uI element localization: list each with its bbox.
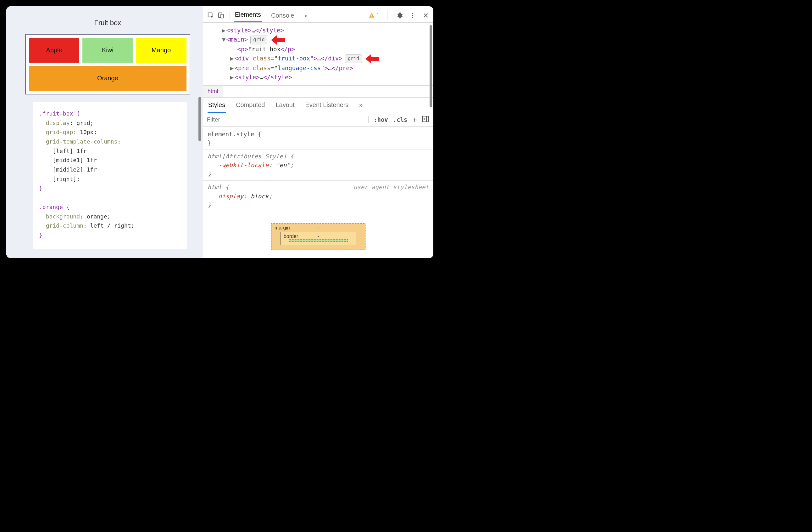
breadcrumb-item[interactable]: html <box>203 86 223 97</box>
code-line: } <box>39 232 42 238</box>
code-line: : <box>117 138 121 145</box>
rule-prop-value: "en" <box>276 162 290 168</box>
gear-icon[interactable] <box>395 11 404 20</box>
breadcrumb[interactable]: html <box>203 85 433 98</box>
code-line: : left / right; <box>83 222 135 229</box>
tab-layout[interactable]: Layout <box>275 101 295 113</box>
fruit-box: Apple Kiwi Mango Orange <box>25 34 190 95</box>
rule-html-ua[interactable]: html {user agent stylesheet display: blo… <box>207 181 430 211</box>
fruit-orange: Orange <box>29 66 187 91</box>
tab-computed[interactable]: Computed <box>235 101 265 113</box>
box-model-value: - <box>317 234 319 239</box>
code-line: grid-column <box>39 222 83 229</box>
sidebar-toggle-icon[interactable] <box>422 116 429 123</box>
tab-styles-more[interactable]: » <box>359 101 363 113</box>
devtools-main-tabs: Elements Console » <box>234 8 308 22</box>
rule-prop-name: display <box>218 193 243 199</box>
code-line: display <box>39 120 70 126</box>
box-model[interactable]: margin - border - <box>203 216 433 253</box>
new-rule-button[interactable]: + <box>412 115 417 124</box>
dom-node-div-fruitbox[interactable]: ▶<div class="fruit-box">…</div>grid <box>207 54 432 64</box>
rule-html-attributes[interactable]: html[Attributes Style] { -webkit-locale:… <box>207 151 430 180</box>
code-line: grid-template-columns <box>39 138 117 145</box>
rule-close: } <box>207 170 429 179</box>
box-model-label-border: border <box>284 234 298 239</box>
warnings-badge[interactable]: 1 <box>368 12 380 19</box>
styles-filter-input[interactable] <box>203 113 364 126</box>
tab-console[interactable]: Console <box>271 10 295 22</box>
code-line: } <box>39 185 42 192</box>
cls-toggle[interactable]: .cls <box>393 116 408 123</box>
devtools-scrollbar[interactable] <box>430 25 432 107</box>
devtools-panel: Elements Console » 1 <box>203 6 433 258</box>
code-line: [middle2] 1fr <box>39 166 97 173</box>
devtools-toolbar: Elements Console » 1 <box>203 6 433 23</box>
box-model-label-margin: margin <box>275 225 290 231</box>
box-model-margin[interactable]: margin - border - <box>271 224 365 250</box>
rule-separator <box>203 150 433 150</box>
svg-point-7 <box>412 17 413 18</box>
tab-elements[interactable]: Elements <box>234 9 262 22</box>
dom-tree[interactable]: ▶<style>…</style> ▼<main>grid <p>Fruit b… <box>203 23 433 85</box>
styles-filter-row: :hov .cls + <box>203 113 433 127</box>
grid-badge[interactable]: grid <box>250 36 267 44</box>
code-block: .fruit-box { display: grid; grid-gap: 10… <box>33 102 187 249</box>
svg-rect-4 <box>372 16 372 17</box>
rule-prop-value: block <box>251 193 269 199</box>
svg-rect-2 <box>221 14 223 18</box>
dom-node-pre[interactable]: ▶<pre class="language-css">…</pre> <box>207 64 432 73</box>
rule-source: user agent stylesheet <box>353 183 429 192</box>
rule-element-style[interactable]: element.style { } <box>207 128 430 149</box>
dom-node-p[interactable]: <p>Fruit box</p> <box>207 45 432 54</box>
rule-selector: html[Attributes Style] { <box>207 152 429 161</box>
rule-selector: element.style { <box>207 130 429 139</box>
code-line: : grid; <box>70 120 94 126</box>
svg-point-6 <box>412 15 413 16</box>
rule-close: } <box>207 200 429 210</box>
code-line: grid-gap <box>39 129 73 135</box>
device-icon[interactable] <box>216 11 225 20</box>
kebab-icon[interactable] <box>408 11 417 20</box>
rule-separator <box>203 180 433 181</box>
annotation-arrow-icon <box>271 35 285 45</box>
app-frame: Fruit box Apple Kiwi Mango Orange .fruit… <box>6 6 433 258</box>
dom-node-main[interactable]: ▼<main>grid <box>207 35 432 45</box>
box-model-border[interactable]: border - <box>280 232 356 245</box>
rule-selector: html { <box>207 183 229 191</box>
code-line: .orange { <box>39 204 70 210</box>
code-line: background <box>39 213 80 220</box>
styles-filter-tools: :hov .cls + <box>364 115 433 124</box>
dom-node-style[interactable]: ▶<style>…</style> <box>207 73 432 82</box>
inspect-icon[interactable] <box>206 11 215 20</box>
tab-event-listeners[interactable]: Event Listeners <box>304 101 349 113</box>
fruit-kiwi: Kiwi <box>83 38 133 62</box>
toolbar-right: 1 <box>368 11 430 20</box>
dom-node-style[interactable]: ▶<style>…</style> <box>207 26 432 35</box>
tab-more[interactable]: » <box>304 10 308 22</box>
code-line: : 10px; <box>73 129 97 135</box>
box-model-value: - <box>317 225 319 231</box>
page-viewport: Fruit box Apple Kiwi Mango Orange .fruit… <box>6 6 203 258</box>
close-icon[interactable] <box>421 11 430 20</box>
code-line: [middle1] 1fr <box>39 157 97 163</box>
box-model-padding[interactable] <box>289 239 348 242</box>
tab-styles[interactable]: Styles <box>207 101 226 113</box>
code-line: [left] 1fr <box>39 148 87 154</box>
toolbar-separator <box>230 11 230 19</box>
styles-pane-tabs: Styles Computed Layout Event Listeners » <box>203 98 433 113</box>
grid-badge[interactable]: grid <box>345 54 362 63</box>
code-line: .fruit-box { <box>39 110 80 117</box>
rule-prop-name: -webkit-locale <box>218 162 269 168</box>
style-rules[interactable]: element.style { } html[Attributes Style]… <box>203 127 433 216</box>
fruit-apple: Apple <box>29 38 79 62</box>
svg-rect-3 <box>372 14 372 16</box>
rule-close: } <box>207 139 429 148</box>
warnings-count: 1 <box>376 12 380 19</box>
page-scrollbar[interactable] <box>199 97 201 141</box>
code-line: [right]; <box>39 176 80 182</box>
code-line: : orange; <box>80 213 111 220</box>
hov-toggle[interactable]: :hov <box>374 116 388 123</box>
page-title: Fruit box <box>25 19 190 27</box>
separator <box>368 116 368 123</box>
annotation-arrow-icon <box>365 54 379 64</box>
